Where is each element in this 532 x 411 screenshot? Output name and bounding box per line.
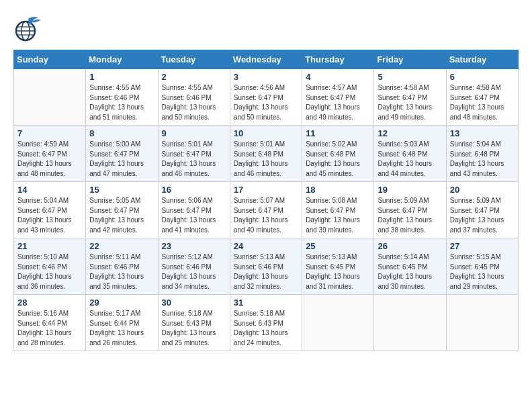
calendar-cell: 28Sunrise: 5:16 AM Sunset: 6:44 PM Dayli… — [14, 295, 86, 351]
calendar-cell — [446, 295, 518, 351]
calendar-cell: 2Sunrise: 4:55 AM Sunset: 6:46 PM Daylig… — [158, 69, 230, 126]
day-number: 17 — [234, 185, 298, 195]
day-number: 14 — [17, 185, 82, 195]
calendar-cell: 4Sunrise: 4:57 AM Sunset: 6:47 PM Daylig… — [302, 69, 374, 126]
calendar-cell: 8Sunrise: 5:00 AM Sunset: 6:47 PM Daylig… — [86, 126, 158, 182]
calendar-cell: 30Sunrise: 5:18 AM Sunset: 6:43 PM Dayli… — [158, 295, 230, 351]
day-number: 5 — [378, 72, 442, 82]
logo — [13, 13, 47, 43]
day-number: 21 — [17, 241, 82, 251]
day-number: 9 — [162, 128, 226, 138]
day-info: Sunrise: 5:18 AM Sunset: 6:43 PM Dayligh… — [162, 309, 226, 348]
calendar-cell: 22Sunrise: 5:11 AM Sunset: 6:46 PM Dayli… — [86, 238, 158, 295]
day-number: 25 — [306, 241, 370, 251]
calendar-cell — [14, 69, 86, 126]
calendar-week-row: 28Sunrise: 5:16 AM Sunset: 6:44 PM Dayli… — [14, 295, 519, 351]
day-number: 31 — [234, 298, 298, 308]
day-number: 13 — [450, 128, 515, 138]
calendar-cell: 9Sunrise: 5:01 AM Sunset: 6:47 PM Daylig… — [158, 126, 230, 182]
day-info: Sunrise: 4:59 AM Sunset: 6:47 PM Dayligh… — [17, 140, 82, 179]
calendar-cell: 10Sunrise: 5:01 AM Sunset: 6:48 PM Dayli… — [230, 126, 302, 182]
calendar-cell: 29Sunrise: 5:17 AM Sunset: 6:44 PM Dayli… — [86, 295, 158, 351]
day-number: 6 — [450, 72, 515, 82]
calendar-cell: 12Sunrise: 5:03 AM Sunset: 6:48 PM Dayli… — [374, 126, 446, 182]
day-info: Sunrise: 5:13 AM Sunset: 6:45 PM Dayligh… — [306, 253, 370, 291]
calendar-cell: 1Sunrise: 4:55 AM Sunset: 6:46 PM Daylig… — [86, 69, 158, 126]
day-info: Sunrise: 5:10 AM Sunset: 6:46 PM Dayligh… — [17, 253, 82, 291]
day-info: Sunrise: 4:56 AM Sunset: 6:47 PM Dayligh… — [234, 83, 298, 122]
calendar-cell — [302, 295, 374, 351]
day-info: Sunrise: 5:08 AM Sunset: 6:47 PM Dayligh… — [306, 196, 370, 235]
day-info: Sunrise: 5:03 AM Sunset: 6:48 PM Dayligh… — [378, 140, 442, 179]
calendar-cell: 11Sunrise: 5:02 AM Sunset: 6:48 PM Dayli… — [302, 126, 374, 182]
day-info: Sunrise: 5:01 AM Sunset: 6:47 PM Dayligh… — [162, 140, 226, 179]
calendar-cell: 27Sunrise: 5:15 AM Sunset: 6:45 PM Dayli… — [446, 238, 518, 295]
calendar-cell: 6Sunrise: 4:58 AM Sunset: 6:47 PM Daylig… — [446, 69, 518, 126]
day-info: Sunrise: 5:01 AM Sunset: 6:48 PM Dayligh… — [234, 140, 298, 179]
weekday-header-wednesday: Wednesday — [230, 50, 302, 69]
day-info: Sunrise: 4:58 AM Sunset: 6:47 PM Dayligh… — [378, 83, 442, 122]
calendar-week-row: 7Sunrise: 4:59 AM Sunset: 6:47 PM Daylig… — [14, 126, 519, 182]
calendar-cell: 18Sunrise: 5:08 AM Sunset: 6:47 PM Dayli… — [302, 182, 374, 238]
calendar-table: SundayMondayTuesdayWednesdayThursdayFrid… — [13, 50, 519, 351]
day-info: Sunrise: 5:11 AM Sunset: 6:46 PM Dayligh… — [89, 253, 154, 291]
weekday-header-tuesday: Tuesday — [158, 50, 230, 69]
day-info: Sunrise: 4:58 AM Sunset: 6:47 PM Dayligh… — [450, 83, 515, 122]
day-number: 11 — [306, 128, 370, 138]
day-info: Sunrise: 5:05 AM Sunset: 6:47 PM Dayligh… — [89, 196, 154, 235]
day-number: 20 — [450, 185, 515, 195]
day-number: 2 — [162, 72, 226, 82]
day-number: 27 — [450, 241, 515, 251]
calendar-cell: 26Sunrise: 5:14 AM Sunset: 6:45 PM Dayli… — [374, 238, 446, 295]
calendar-cell: 21Sunrise: 5:10 AM Sunset: 6:46 PM Dayli… — [14, 238, 86, 295]
weekday-header-friday: Friday — [374, 50, 446, 69]
calendar-cell: 15Sunrise: 5:05 AM Sunset: 6:47 PM Dayli… — [86, 182, 158, 238]
day-info: Sunrise: 5:12 AM Sunset: 6:46 PM Dayligh… — [162, 253, 226, 291]
day-info: Sunrise: 5:09 AM Sunset: 6:47 PM Dayligh… — [378, 196, 442, 235]
day-number: 8 — [89, 128, 154, 138]
day-number: 28 — [17, 298, 82, 308]
day-number: 15 — [89, 185, 154, 195]
calendar-cell: 19Sunrise: 5:09 AM Sunset: 6:47 PM Dayli… — [374, 182, 446, 238]
calendar-cell — [374, 295, 446, 351]
calendar-week-row: 14Sunrise: 5:04 AM Sunset: 6:47 PM Dayli… — [14, 182, 519, 238]
calendar-cell: 20Sunrise: 5:09 AM Sunset: 6:47 PM Dayli… — [446, 182, 518, 238]
logo-icon — [13, 13, 43, 43]
calendar-cell: 17Sunrise: 5:07 AM Sunset: 6:47 PM Dayli… — [230, 182, 302, 238]
day-info: Sunrise: 5:07 AM Sunset: 6:47 PM Dayligh… — [234, 196, 298, 235]
calendar-cell: 5Sunrise: 4:58 AM Sunset: 6:47 PM Daylig… — [374, 69, 446, 126]
calendar-cell: 25Sunrise: 5:13 AM Sunset: 6:45 PM Dayli… — [302, 238, 374, 295]
day-number: 12 — [378, 128, 442, 138]
calendar-cell: 3Sunrise: 4:56 AM Sunset: 6:47 PM Daylig… — [230, 69, 302, 126]
day-info: Sunrise: 5:02 AM Sunset: 6:48 PM Dayligh… — [306, 140, 370, 179]
day-number: 19 — [378, 185, 442, 195]
day-info: Sunrise: 5:14 AM Sunset: 6:45 PM Dayligh… — [378, 253, 442, 291]
day-info: Sunrise: 5:17 AM Sunset: 6:44 PM Dayligh… — [89, 309, 154, 348]
weekday-header-saturday: Saturday — [446, 50, 518, 69]
calendar-cell: 16Sunrise: 5:06 AM Sunset: 6:47 PM Dayli… — [158, 182, 230, 238]
day-number: 16 — [162, 185, 226, 195]
day-number: 23 — [162, 241, 226, 251]
day-number: 18 — [306, 185, 370, 195]
day-number: 3 — [234, 72, 298, 82]
day-info: Sunrise: 4:55 AM Sunset: 6:46 PM Dayligh… — [89, 83, 154, 122]
day-info: Sunrise: 5:16 AM Sunset: 6:44 PM Dayligh… — [17, 309, 82, 348]
calendar-cell: 7Sunrise: 4:59 AM Sunset: 6:47 PM Daylig… — [14, 126, 86, 182]
day-info: Sunrise: 5:06 AM Sunset: 6:47 PM Dayligh… — [162, 196, 226, 235]
calendar-week-row: 1Sunrise: 4:55 AM Sunset: 6:46 PM Daylig… — [14, 69, 519, 126]
day-info: Sunrise: 5:18 AM Sunset: 6:43 PM Dayligh… — [234, 309, 298, 348]
calendar-header-row: SundayMondayTuesdayWednesdayThursdayFrid… — [14, 50, 519, 69]
day-number: 29 — [89, 298, 154, 308]
page-header — [13, 13, 519, 43]
day-info: Sunrise: 5:04 AM Sunset: 6:47 PM Dayligh… — [17, 196, 82, 235]
calendar-cell: 24Sunrise: 5:13 AM Sunset: 6:46 PM Dayli… — [230, 238, 302, 295]
day-number: 4 — [306, 72, 370, 82]
weekday-header-sunday: Sunday — [14, 50, 86, 69]
day-number: 10 — [234, 128, 298, 138]
day-info: Sunrise: 4:55 AM Sunset: 6:46 PM Dayligh… — [162, 83, 226, 122]
weekday-header-thursday: Thursday — [302, 50, 374, 69]
day-info: Sunrise: 5:15 AM Sunset: 6:45 PM Dayligh… — [450, 253, 515, 291]
calendar-cell: 31Sunrise: 5:18 AM Sunset: 6:43 PM Dayli… — [230, 295, 302, 351]
day-number: 1 — [89, 72, 154, 82]
day-info: Sunrise: 5:00 AM Sunset: 6:47 PM Dayligh… — [89, 140, 154, 179]
